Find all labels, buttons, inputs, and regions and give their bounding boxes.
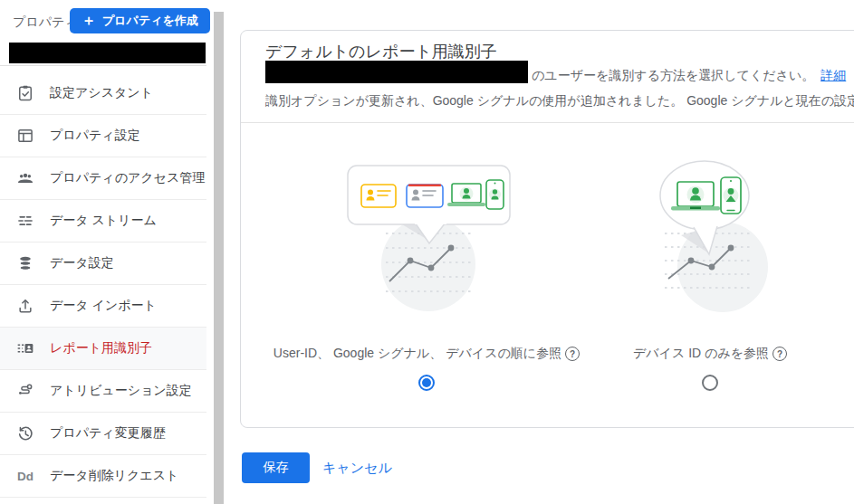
divider: [0, 65, 206, 66]
option-1-radio[interactable]: [418, 375, 435, 391]
reporting-identity-card: デフォルトのレポート用識別子 のユーザーを識別する方法を選択してください。 詳細…: [240, 30, 854, 428]
sidebar-item-property-settings[interactable]: プロパティ設定: [0, 115, 206, 157]
property-settings-sidebar: プロパティ ＋ プロパティを作成 設定アシスタント プロパティ設定 プロパティの…: [0, 0, 213, 504]
data-stream-icon: [16, 212, 34, 230]
sidebar-item-data-import[interactable]: データ インポート: [0, 285, 206, 328]
option-2-illustration: [610, 143, 810, 315]
sidebar-scrollbar[interactable]: [214, 12, 224, 504]
create-property-button-label: プロパティを作成: [102, 13, 198, 29]
upload-icon: [16, 297, 34, 315]
attribution-path-icon: [16, 382, 34, 400]
page-title: デフォルトのレポート用識別子: [265, 42, 854, 62]
option-1-illustration: [277, 143, 576, 315]
identity-badge-icon: [16, 339, 34, 357]
people-icon: [16, 169, 34, 187]
description-line-1: のユーザーを識別する方法を選択してください。 詳細: [265, 61, 854, 83]
laptop-user-icon: [671, 182, 720, 211]
details-link[interactable]: 詳細: [820, 67, 846, 83]
sidebar-item-reporting-identity[interactable]: レポート用識別子: [0, 328, 206, 370]
property-section-label: プロパティ: [13, 14, 78, 31]
description-text: のユーザーを識別する方法を選択してください。: [532, 67, 814, 83]
phone-user-icon: [721, 177, 741, 214]
line-chart-graphic: [665, 222, 768, 312]
option-1-label-row: User-ID、 Google シグナル、 デバイスの順に参照 ?: [273, 346, 580, 362]
cancel-link[interactable]: キャンセル: [322, 460, 392, 477]
id-card-yellow-icon: [361, 185, 396, 207]
description-line-2: 識別オプションが更新され、Google シグナルの使用が追加されました。 Goo…: [265, 93, 854, 109]
help-icon[interactable]: ?: [772, 347, 787, 361]
window-layout-icon: [16, 127, 34, 145]
sidebar-item-data-deletion-requests[interactable]: Dd データ削除リクエスト: [0, 455, 206, 498]
redacted-property-name: [9, 43, 206, 63]
option-2-label-row: デバイス ID のみを参照 ?: [633, 346, 787, 362]
help-icon[interactable]: ?: [565, 347, 580, 361]
history-icon: [16, 424, 34, 442]
option-2-label: デバイス ID のみを参照: [633, 346, 769, 362]
phone-user-icon: [486, 180, 504, 209]
option-device-id-only: デバイス ID のみを参照 ?: [610, 143, 810, 391]
sidebar-item-property-access-management[interactable]: プロパティのアクセス管理: [0, 157, 206, 200]
sidebar-nav: 設定アシスタント プロパティ設定 プロパティのアクセス管理 データ ストリーム …: [0, 72, 206, 498]
create-property-button[interactable]: ＋ プロパティを作成: [70, 8, 210, 33]
card-header: デフォルトのレポート用識別子 のユーザーを識別する方法を選択してください。 詳細…: [241, 31, 854, 123]
option-2-radio[interactable]: [702, 375, 718, 391]
clipboard-check-icon: [16, 84, 34, 102]
redacted-property-name: [265, 61, 528, 83]
database-icon: [16, 254, 34, 272]
identity-options: User-ID、 Google シグナル、 デバイスの順に参照 ?: [241, 123, 854, 391]
id-card-multicolor-icon: [407, 185, 443, 207]
plus-icon: ＋: [82, 14, 96, 28]
save-button[interactable]: 保存: [242, 452, 310, 483]
sidebar-item-property-change-history[interactable]: プロパティ変更履歴: [0, 413, 206, 455]
sidebar-item-setup-assistant[interactable]: 設定アシスタント: [0, 72, 206, 115]
option-1-label: User-ID、 Google シグナル、 デバイスの順に参照: [273, 346, 561, 362]
sidebar-item-data-settings[interactable]: データ設定: [0, 242, 206, 285]
option-blended-identity: User-ID、 Google シグナル、 デバイスの順に参照 ?: [264, 143, 590, 391]
sidebar-item-attribution-settings[interactable]: アトリビューション設定: [0, 370, 206, 413]
sidebar-item-data-streams[interactable]: データ ストリーム: [0, 200, 206, 242]
dd-text-icon: Dd: [16, 467, 34, 485]
laptop-user-icon: [447, 184, 485, 206]
